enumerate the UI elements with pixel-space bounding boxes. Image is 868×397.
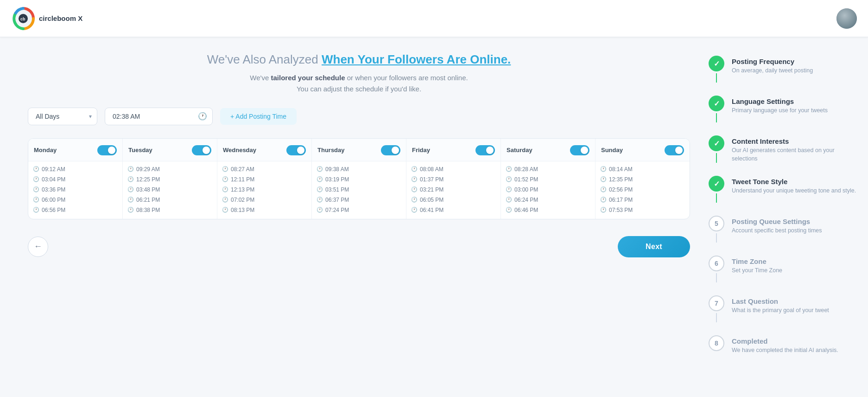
- time-value: 12:35 PM: [609, 176, 633, 183]
- time-value: 06:00 PM: [42, 197, 65, 203]
- time-clock-icon: 🕐: [411, 186, 418, 192]
- day-name-wednesday: Wednesday: [223, 147, 256, 154]
- time-clock-icon: 🕐: [127, 197, 134, 203]
- time-value: 01:52 PM: [514, 176, 538, 183]
- time-value: 07:24 PM: [325, 207, 349, 213]
- time-value: 06:21 PM: [136, 197, 160, 203]
- day-column-wednesday: Wednesday🕐08:27 AM🕐12:11 PM🕐12:13 PM🕐07:…: [217, 139, 312, 219]
- time-value: 08:28 AM: [514, 166, 538, 173]
- time-clock-icon: 🕐: [127, 207, 134, 213]
- progress-item-4: 5Posting Queue SettingsAccount specific …: [709, 216, 857, 256]
- time-value: 06:05 PM: [420, 197, 444, 203]
- time-entry: 🕐06:00 PM: [33, 196, 118, 204]
- step-title-6: Last Question: [732, 297, 829, 305]
- time-entry: 🕐12:35 PM: [600, 175, 685, 184]
- time-entry: 🕐08:14 AM: [600, 165, 685, 173]
- time-value: 03:04 PM: [42, 176, 65, 183]
- time-entry: 🕐09:38 AM: [317, 165, 401, 173]
- day-column-tuesday: Tuesday🕐09:29 AM🕐12:25 PM🕐03:48 PM🕐06:21…: [123, 139, 217, 219]
- progress-item-3: Tweet Tone StyleUnderstand your unique t…: [709, 176, 857, 216]
- header: cb circleboom X: [0, 0, 868, 37]
- time-entry: 🕐02:56 PM: [600, 186, 685, 194]
- day-header-monday: Monday: [28, 139, 122, 161]
- step-indicator-1: [709, 96, 724, 122]
- day-name-monday: Monday: [34, 147, 57, 154]
- time-clock-icon: 🕐: [317, 166, 323, 172]
- time-value: 12:25 PM: [136, 176, 160, 183]
- time-value: 12:13 PM: [231, 186, 254, 193]
- time-clock-icon: 🕐: [222, 207, 228, 213]
- time-entry: 🕐08:38 PM: [127, 206, 212, 214]
- time-entry: 🕐03:51 PM: [317, 186, 401, 194]
- time-clock-icon: 🕐: [411, 176, 418, 182]
- time-input-wrapper: 🕐: [105, 108, 213, 125]
- progress-item-1: Language SettingsPrimary language use fo…: [709, 96, 857, 135]
- time-value: 06:17 PM: [609, 197, 633, 203]
- add-time-button[interactable]: + Add Posting Time: [220, 108, 297, 125]
- time-clock-icon: 🕐: [127, 186, 134, 192]
- time-value: 03:48 PM: [136, 186, 160, 193]
- time-input[interactable]: [105, 108, 213, 125]
- checkmark-icon: [714, 99, 720, 108]
- day-column-friday: Friday🕐08:08 AM🕐01:37 PM🕐03:21 PM🕐06:05 …: [406, 139, 501, 219]
- day-name-saturday: Saturday: [507, 147, 532, 154]
- step-circle-7: 8: [709, 335, 724, 351]
- toggle-sunday[interactable]: [665, 145, 684, 155]
- toggle-wednesday[interactable]: [286, 145, 306, 155]
- progress-item-0: Posting FrequencyOn average, daily tweet…: [709, 56, 857, 96]
- time-clock-icon: 🕐: [600, 207, 607, 213]
- time-entry: 🕐06:37 PM: [317, 196, 401, 204]
- time-clock-icon: 🕐: [600, 186, 607, 192]
- toggle-monday[interactable]: [97, 145, 117, 155]
- time-entry: 🕐08:27 AM: [222, 165, 307, 173]
- step-indicator-4: 5: [709, 216, 724, 243]
- checkmark-icon: [714, 179, 720, 188]
- progress-item-7: 8CompletedWe have completed the initial …: [709, 335, 857, 355]
- toggle-thursday[interactable]: [381, 145, 400, 155]
- day-times-tuesday: 🕐09:29 AM🕐12:25 PM🕐03:48 PM🕐06:21 PM🕐08:…: [123, 161, 217, 219]
- toggle-saturday[interactable]: [570, 145, 589, 155]
- day-select[interactable]: All Days Monday Tuesday Wednesday Thursd…: [28, 108, 97, 125]
- day-times-thursday: 🕐09:38 AM🕐03:19 PM🕐03:51 PM🕐06:37 PM🕐07:…: [312, 161, 406, 219]
- time-value: 02:56 PM: [609, 186, 633, 193]
- time-entry: 🕐08:13 PM: [222, 206, 307, 214]
- step-desc-4: Account specific best posting times: [732, 227, 822, 235]
- day-header-thursday: Thursday: [312, 139, 406, 161]
- time-entry: 🕐03:21 PM: [411, 186, 496, 194]
- step-line-5: [716, 273, 717, 282]
- time-entry: 🕐03:19 PM: [317, 175, 401, 184]
- step-indicator-3: [709, 176, 724, 203]
- time-entry: 🕐03:36 PM: [33, 186, 118, 194]
- day-times-wednesday: 🕐08:27 AM🕐12:11 PM🕐12:13 PM🕐07:02 PM🕐08:…: [217, 161, 311, 219]
- time-value: 03:36 PM: [42, 186, 65, 193]
- sub-heading: We've tailored your schedule or when you…: [28, 72, 690, 95]
- step-desc-2: Our AI generates content based on your s…: [732, 147, 857, 163]
- back-button[interactable]: ←: [28, 237, 48, 257]
- progress-sidebar: Posting FrequencyOn average, daily tweet…: [709, 52, 857, 386]
- day-name-sunday: Sunday: [601, 147, 623, 154]
- time-entry: 🕐03:00 PM: [506, 186, 590, 194]
- day-header-friday: Friday: [406, 139, 501, 161]
- time-clock-icon: 🕐: [33, 166, 39, 172]
- step-title-3: Tweet Tone Style: [732, 178, 856, 186]
- step-content-7: CompletedWe have completed the initial A…: [732, 335, 838, 355]
- day-header-tuesday: Tuesday: [123, 139, 217, 161]
- sub-line2: You can adjust the schedule if you'd lik…: [297, 85, 421, 93]
- day-column-saturday: Saturday🕐08:28 AM🕐01:52 PM🕐03:00 PM🕐06:2…: [501, 139, 596, 219]
- day-column-thursday: Thursday🕐09:38 AM🕐03:19 PM🕐03:51 PM🕐06:3…: [312, 139, 406, 219]
- day-select-wrapper: All Days Monday Tuesday Wednesday Thursd…: [28, 108, 97, 125]
- time-clock-icon: 🕐: [600, 166, 607, 172]
- checkmark-icon: [714, 139, 720, 148]
- time-value: 08:14 AM: [609, 166, 633, 173]
- time-entry: 🕐08:08 AM: [411, 165, 496, 173]
- next-button[interactable]: Next: [618, 236, 690, 257]
- time-clock-icon: 🕐: [600, 176, 607, 182]
- toggle-tuesday[interactable]: [192, 145, 211, 155]
- step-circle-3: [709, 176, 724, 192]
- time-value: 07:02 PM: [231, 197, 254, 203]
- bottom-row: ← Next: [28, 232, 690, 257]
- toggle-friday[interactable]: [475, 145, 495, 155]
- time-entry: 🕐03:48 PM: [127, 186, 212, 194]
- time-entry: 🕐12:25 PM: [127, 175, 212, 184]
- time-value: 08:08 AM: [420, 166, 444, 173]
